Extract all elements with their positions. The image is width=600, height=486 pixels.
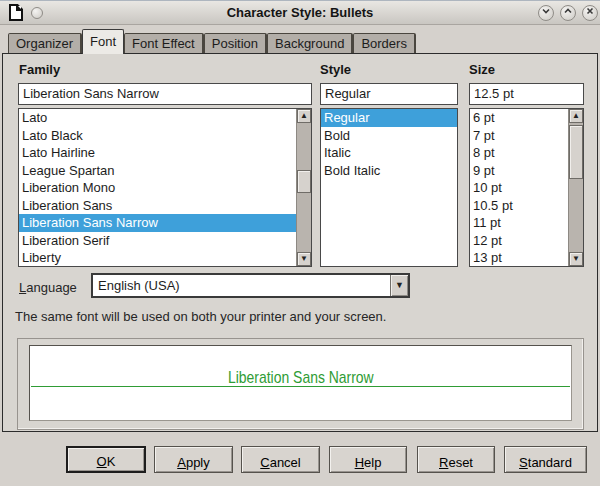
- family-list[interactable]: LatoLato BlackLato HairlineLeague Sparta…: [18, 108, 312, 267]
- list-item[interactable]: 8 pt: [470, 144, 568, 162]
- size-list[interactable]: 6 pt7 pt8 pt9 pt10 pt10.5 pt11 pt12 pt13…: [469, 108, 584, 267]
- language-value: English (USA): [98, 278, 180, 293]
- chevron-up-icon: [563, 6, 573, 16]
- list-item[interactable]: Bold: [321, 127, 457, 145]
- scroll-down-icon[interactable]: ▼: [297, 252, 311, 266]
- list-item[interactable]: 7 pt: [470, 127, 568, 145]
- roll-up-button[interactable]: [560, 5, 576, 21]
- ok-button[interactable]: OK: [66, 446, 146, 473]
- apply-button[interactable]: Apply: [154, 446, 233, 473]
- list-item[interactable]: Liberty: [19, 249, 296, 267]
- titlebar[interactable]: Character Style: Bullets: [0, 1, 600, 25]
- list-item[interactable]: 11 pt: [470, 214, 568, 232]
- size-label: Size: [469, 62, 495, 77]
- tab-borders[interactable]: Borders: [353, 33, 416, 54]
- scroll-up-icon[interactable]: ▲: [569, 109, 583, 123]
- close-icon: [585, 6, 595, 16]
- tab-bar: Organizer Font Font Effect Position Back…: [8, 29, 416, 54]
- preview-frame: Liberation Sans Narrow: [17, 338, 584, 430]
- reset-button[interactable]: Reset: [417, 446, 495, 473]
- close-button[interactable]: [582, 5, 598, 21]
- family-input[interactable]: Liberation Sans Narrow: [18, 83, 312, 105]
- font-preview: Liberation Sans Narrow: [29, 345, 572, 421]
- font-tab-page: Family Liberation Sans Narrow LatoLato B…: [2, 53, 598, 432]
- window-title: Character Style: Bullets: [0, 5, 600, 20]
- list-item[interactable]: Lato Black: [19, 127, 296, 145]
- standard-button[interactable]: Standard: [504, 446, 587, 473]
- language-label: Language: [19, 280, 77, 295]
- style-label: Style: [320, 62, 351, 77]
- list-item[interactable]: 13 pt: [470, 249, 568, 267]
- tab-position[interactable]: Position: [204, 33, 267, 54]
- list-item[interactable]: 12 pt: [470, 232, 568, 250]
- tab-font[interactable]: Font: [82, 29, 124, 54]
- list-item[interactable]: Bold Italic: [321, 162, 457, 180]
- list-item[interactable]: Regular: [321, 109, 457, 127]
- scroll-down-icon[interactable]: ▼: [569, 252, 583, 266]
- list-item[interactable]: Liberation Sans Narrow: [19, 214, 296, 232]
- list-item[interactable]: Liberation Serif: [19, 232, 296, 250]
- size-scrollbar[interactable]: ▲ ▼: [568, 109, 583, 266]
- tab-font-effect[interactable]: Font Effect: [124, 33, 204, 54]
- list-item[interactable]: Liberation Mono: [19, 179, 296, 197]
- preview-text: Liberation Sans Narrow: [30, 368, 571, 388]
- scroll-up-icon[interactable]: ▲: [297, 109, 311, 123]
- family-scrollbar[interactable]: ▲ ▼: [296, 109, 311, 266]
- cancel-button[interactable]: Cancel: [241, 446, 320, 473]
- style-list[interactable]: RegularBoldItalicBold Italic: [320, 108, 458, 267]
- list-item[interactable]: Liberation Sans: [19, 197, 296, 215]
- list-item[interactable]: 6 pt: [470, 109, 568, 127]
- style-input[interactable]: Regular: [320, 83, 458, 105]
- family-label: Family: [19, 62, 60, 77]
- roll-down-button[interactable]: [538, 5, 554, 21]
- list-item[interactable]: Italic: [321, 144, 457, 162]
- help-button[interactable]: Help: [329, 446, 407, 473]
- list-item[interactable]: 9 pt: [470, 162, 568, 180]
- tab-background[interactable]: Background: [267, 33, 353, 54]
- list-item[interactable]: 10 pt: [470, 179, 568, 197]
- scrollbar-thumb[interactable]: [297, 170, 311, 193]
- language-combobox[interactable]: English (USA) ▼: [91, 273, 410, 298]
- printer-screen-note: The same font will be used on both your …: [15, 309, 386, 324]
- list-item[interactable]: 10.5 pt: [470, 197, 568, 215]
- list-item[interactable]: Lato Hairline: [19, 144, 296, 162]
- scrollbar-thumb[interactable]: [569, 125, 583, 179]
- list-item[interactable]: League Spartan: [19, 162, 296, 180]
- dropdown-arrow-icon[interactable]: ▼: [390, 275, 408, 296]
- character-style-dialog: Character Style: Bullets Organizer Font …: [0, 0, 600, 486]
- tab-organizer[interactable]: Organizer: [8, 33, 82, 54]
- list-item[interactable]: Lato: [19, 109, 296, 127]
- chevron-down-icon: [541, 6, 551, 16]
- size-input[interactable]: 12.5 pt: [469, 83, 584, 105]
